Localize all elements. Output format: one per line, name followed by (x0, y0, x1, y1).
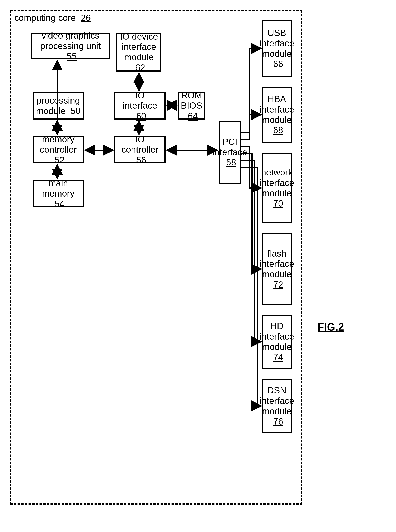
iod-line1: IO device (120, 31, 158, 42)
mc-line1: memory (42, 134, 75, 145)
network-interface-module: network interface module 70 (262, 153, 292, 223)
hba-line1: HBA interface (260, 94, 294, 115)
net-line1: network interface (260, 167, 294, 188)
vg-ref: 55 (67, 51, 77, 61)
iod-line2: interface (122, 42, 156, 52)
fl-ref: 72 (273, 279, 283, 289)
computing-core-label: computing core 26 (14, 13, 91, 23)
ioc-ref: 56 (136, 155, 146, 165)
fl-line2: interface module (260, 259, 294, 279)
frame-label-text: computing core (14, 13, 76, 23)
iod-line3: module (124, 52, 154, 62)
hba-ref: 68 (273, 125, 283, 135)
ioi-line1: IO (135, 90, 145, 101)
mm-line1: main (48, 178, 68, 189)
rom-bios: ROM BIOS 64 (178, 92, 205, 120)
io-controller: IO controller 56 (114, 136, 165, 163)
pm-ref: 50 (70, 106, 81, 116)
net-line2: module (262, 188, 291, 198)
vg-line1: video graphics (41, 30, 99, 41)
mm-line2: memory (42, 188, 75, 198)
pm-line2: module (36, 106, 65, 116)
dsn-ref: 76 (273, 416, 283, 426)
usb-ref: 66 (273, 59, 283, 69)
computing-core-frame (10, 10, 303, 505)
mc-line2: controller (40, 145, 77, 155)
frame-label-ref: 26 (81, 13, 91, 23)
dsn-line1: DSN interface (260, 385, 294, 406)
iod-ref: 62 (135, 63, 145, 73)
video-graphics-processing-unit: video graphics processing unit 55 (31, 33, 110, 59)
ioi-ref: 60 (136, 111, 146, 121)
ioc-line2: controller (122, 145, 158, 155)
processing-module: processing module 50 (33, 92, 84, 120)
pci-interface: PCI interface 58 (219, 121, 241, 184)
usb-line1: USB interface (260, 28, 294, 48)
ioc-line1: IO (135, 134, 145, 145)
hd-ref: 74 (273, 352, 283, 362)
hd-line2: module (262, 342, 291, 352)
rom-line2: BIOS (181, 100, 202, 110)
flash-interface-module: flash interface module 72 (262, 233, 292, 305)
net-ref: 70 (273, 198, 283, 208)
hba-line2: module (262, 115, 291, 125)
dsn-line2: module (262, 406, 291, 416)
pm-line1: processing (37, 95, 80, 106)
mc-ref: 52 (55, 155, 64, 165)
pci-line1: PCI interface (213, 137, 247, 157)
figure-label: FIG.2 (318, 321, 344, 333)
usb-interface-module: USB interface module 66 (262, 20, 292, 77)
memory-controller: memory controller 52 (33, 136, 84, 163)
io-interface: IO interface 60 (114, 92, 165, 120)
hba-interface-module: HBA interface module 68 (262, 87, 292, 143)
hd-interface-module: HD interface module 74 (262, 315, 292, 369)
dsn-interface-module: DSN interface module 76 (262, 379, 292, 433)
usb-line2: module (262, 49, 291, 59)
hd-line1: HD interface (260, 321, 294, 341)
rom-line1: ROM (181, 90, 202, 101)
main-memory: main memory 54 (33, 180, 84, 207)
vg-line2: processing unit (40, 41, 101, 51)
pci-ref: 58 (226, 157, 236, 167)
fl-line1: flash (268, 249, 286, 259)
mm-ref: 54 (55, 199, 64, 209)
io-device-interface-module: IO device interface module 62 (116, 33, 161, 71)
ioi-line2: interface (123, 100, 157, 110)
rom-ref: 64 (188, 111, 198, 121)
